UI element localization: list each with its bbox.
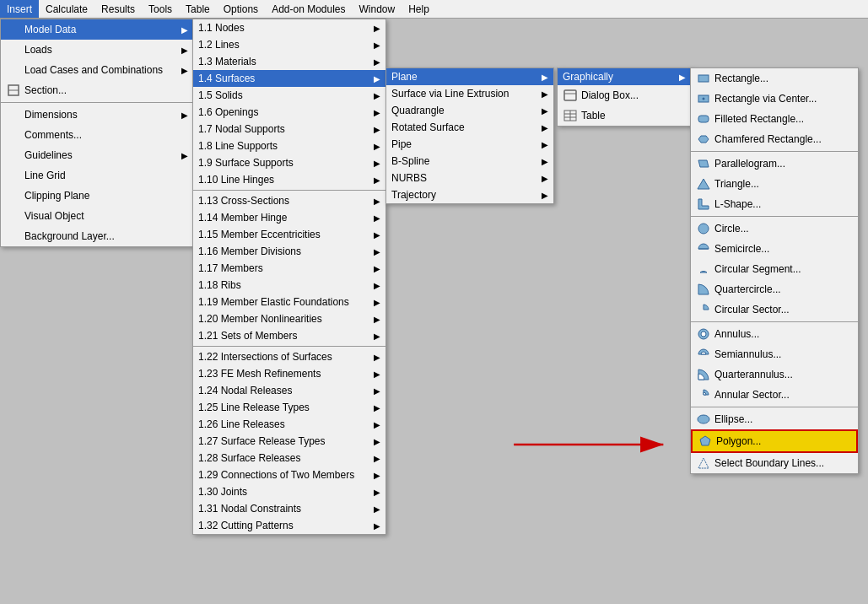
menu-insert[interactable]: Insert xyxy=(0,0,39,18)
menu-results[interactable]: Results xyxy=(94,0,142,18)
menu-addon[interactable]: Add-on Modules xyxy=(265,0,352,18)
menu-tools[interactable]: Tools xyxy=(142,0,179,18)
menu-window[interactable]: Window xyxy=(353,0,402,18)
menu-table[interactable]: Table xyxy=(179,0,217,18)
menu-options[interactable]: Options xyxy=(217,0,265,18)
menu-calculate[interactable]: Calculate xyxy=(39,0,94,18)
menubar: Insert Calculate Results Tools Table Opt… xyxy=(0,0,868,19)
menu-help[interactable]: Help xyxy=(402,0,436,18)
